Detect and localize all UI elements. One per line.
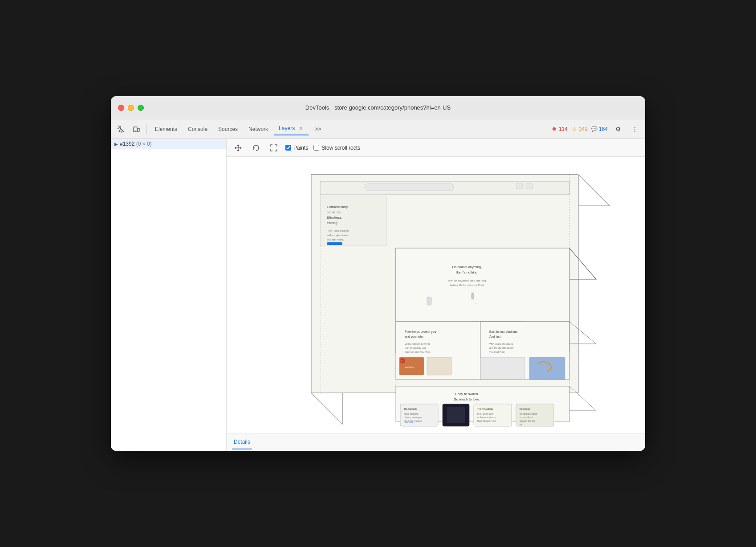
svg-text:battery life for a charge Pixe: battery life for a charge Pixel — [450, 284, 484, 286]
svg-rect-22 — [327, 242, 342, 245]
svg-text:Built to last. And last.: Built to last. And last. — [489, 330, 518, 333]
tab-network[interactable]: Network — [244, 123, 272, 135]
svg-text:Real OS and Pixel: Real OS and Pixel — [477, 420, 496, 422]
slow-scroll-checkbox-label[interactable]: Slow scroll rects — [313, 145, 360, 151]
tab-console[interactable]: Console — [183, 123, 212, 135]
toolbar-right: ⊗ 114 ⚠ 349 💬 164 ⚙ ⋮ — [551, 122, 642, 136]
svg-text:Extraordinary: Extraordinary — [327, 205, 348, 209]
layers-toolbar: Paints Slow scroll rects — [227, 139, 645, 157]
tab-more[interactable]: >> — [310, 123, 325, 135]
svg-text:and your info.: and your info. — [405, 335, 423, 339]
svg-text:The Contacts: The Contacts — [404, 408, 417, 410]
layers-canvas: Extraordinary cameras. Effortless editin… — [227, 157, 645, 433]
error-count: 114 — [559, 126, 568, 132]
svg-text:And last.: And last. — [489, 335, 501, 338]
settings-button[interactable]: ⚙ — [611, 122, 625, 136]
svg-text:like it's nothing.: like it's nothing. — [455, 270, 478, 274]
svg-text:and the durable design: and the durable design — [489, 347, 514, 349]
slow-scroll-checkbox[interactable] — [313, 145, 319, 151]
tab-layers[interactable]: Layers ✕ — [274, 122, 309, 135]
svg-text:Reminders: Reminders — [520, 408, 531, 410]
paints-checkbox-label[interactable]: Paints — [285, 145, 308, 151]
svg-text:With years of updates: With years of updates — [489, 343, 513, 345]
svg-text:and edit more.: and edit more. — [327, 238, 344, 241]
svg-text:With Android's powerful: With Android's powerful — [405, 343, 430, 345]
warning-count: 349 — [579, 126, 588, 132]
error-badge[interactable]: ⊗ 114 — [551, 126, 568, 132]
svg-text:cameras.: cameras. — [327, 210, 341, 214]
slow-scroll-label: Slow scroll rects — [321, 145, 360, 151]
tab-sources[interactable]: Sources — [214, 123, 242, 135]
svg-text:editing.: editing. — [327, 221, 338, 225]
toolbar-divider — [146, 124, 147, 134]
svg-rect-41 — [427, 357, 451, 375]
svg-text:Ai Power and most: Ai Power and most — [477, 416, 496, 419]
layers-panel: Paints Slow scroll rects — [227, 139, 645, 451]
layer-item-label: #1392 (0 × 0) — [120, 141, 152, 147]
svg-text:photos, messages: photos, messages — [404, 416, 422, 419]
message-count: 164 — [599, 126, 608, 132]
svg-text:Move contacts,: Move contacts, — [404, 412, 419, 415]
svg-text:So much to love.: So much to love. — [454, 397, 480, 401]
svg-rect-13 — [526, 184, 532, 189]
svg-text:built-in security you: built-in security you — [405, 347, 426, 349]
details-tab[interactable]: Details — [232, 435, 252, 449]
warning-badge[interactable]: ⚠ 349 — [571, 126, 588, 132]
svg-text:you.: you. — [520, 423, 524, 426]
titlebar: DevTools - store.google.com/category/pho… — [111, 96, 645, 119]
svg-text:Effortless: Effortless — [327, 216, 341, 220]
paints-label: Paints — [293, 145, 308, 151]
svg-text:you trust Pixel: you trust Pixel — [489, 351, 505, 353]
svg-text:wide-angle, shoot: wide-angle, shoot — [326, 234, 348, 237]
svg-text:From ultra-clear to: From ultra-clear to — [327, 229, 349, 232]
window-title: DevTools - store.google.com/category/pho… — [305, 104, 451, 111]
svg-rect-4 — [138, 128, 139, 131]
layers-sidebar: ▶ #1392 (0 × 0) — [111, 139, 227, 451]
svg-text:!: ! — [401, 360, 402, 363]
close-button[interactable] — [118, 105, 124, 111]
svg-point-43 — [400, 358, 405, 363]
rotate-tool-button[interactable] — [250, 142, 262, 154]
minimize-button[interactable] — [128, 105, 134, 111]
traffic-lights — [118, 105, 144, 111]
svg-text:Pixel works with: Pixel works with — [477, 412, 493, 415]
devtools-body: ▶ #1392 (0 × 0) — [111, 139, 645, 451]
element-picker-button[interactable] — [114, 122, 128, 136]
svg-rect-65 — [447, 407, 465, 423]
layer-item[interactable]: ▶ #1392 (0 × 0) — [111, 139, 226, 149]
message-badge[interactable]: 💬 164 — [591, 126, 608, 132]
more-options-button[interactable]: ⋮ — [628, 122, 642, 136]
layers-viewport[interactable]: Extraordinary cameras. Effortless editin… — [227, 157, 645, 433]
maximize-button[interactable] — [138, 105, 144, 111]
svg-text:Learn more: Learn more — [404, 421, 413, 424]
svg-text:Do almost anything,: Do almost anything, — [452, 265, 482, 269]
svg-rect-30 — [471, 293, 474, 299]
node-dims: (0 × 0) — [136, 141, 152, 147]
svg-text:With an advanced chip and long: With an advanced chip and long — [448, 279, 486, 282]
tree-arrow: ▶ — [114, 142, 118, 147]
svg-text:Easy to switch.: Easy to switch. — [455, 392, 479, 396]
svg-text:Need help setting: Need help setting — [520, 412, 537, 415]
devtools-window: DevTools - store.google.com/category/pho… — [111, 96, 645, 451]
layer-group-main: Extraordinary cameras. Effortless editin… — [311, 175, 610, 426]
tab-layers-close[interactable]: ✕ — [298, 126, 304, 132]
svg-text:Pixel helps protect you: Pixel helps protect you — [405, 330, 436, 334]
svg-text:device? We got: device? We got — [520, 420, 535, 422]
details-bar: Details — [227, 433, 645, 451]
device-toolbar-button[interactable] — [130, 122, 143, 136]
svg-rect-31 — [427, 297, 431, 305]
tab-elements[interactable]: Elements — [150, 123, 182, 135]
svg-text:The Ai Assitants: The Ai Assitants — [477, 408, 493, 410]
svg-text:↓: ↓ — [476, 301, 478, 305]
devtools-toolbar: Elements Console Sources Network Layers … — [111, 119, 645, 139]
fit-screen-button[interactable] — [268, 142, 280, 154]
svg-text:up your Pixel: up your Pixel — [520, 416, 532, 419]
warning-icon: ⚠ — [571, 126, 577, 132]
message-icon: 💬 — [591, 126, 597, 132]
svg-rect-52 — [480, 357, 525, 380]
svg-rect-53 — [529, 357, 565, 380]
pan-tool-button[interactable] — [232, 142, 244, 154]
paints-checkbox[interactable] — [285, 145, 291, 151]
node-id: #1392 — [120, 141, 134, 147]
svg-text:security: security — [405, 366, 414, 368]
